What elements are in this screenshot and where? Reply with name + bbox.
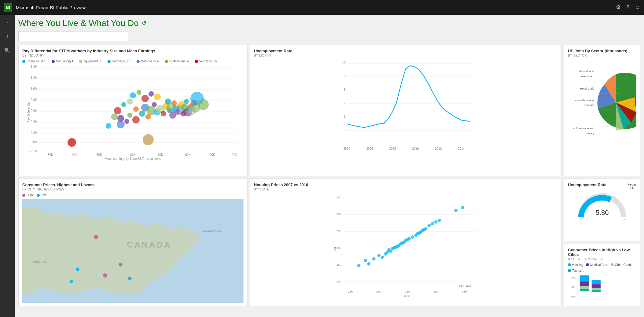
svg-point-38	[161, 111, 166, 116]
svg-point-113	[70, 280, 73, 283]
map-legend: High Low	[22, 194, 243, 197]
unemployment-svg: 10 9 8 7 6 5 4 2004 2	[254, 60, 558, 157]
unemployment-subtitle: BY MONTH	[254, 54, 558, 57]
user-icon[interactable]: ☺	[635, 4, 640, 11]
unemployment-title: Unemployment Rate	[254, 49, 558, 53]
svg-text:60K: 60K	[130, 153, 136, 157]
pie-labels: ate and local government Retail trade na…	[568, 69, 595, 136]
settings-icon[interactable]: ⚙	[616, 4, 621, 11]
page-title: Where You Live & What You Do	[18, 18, 139, 28]
jobs-chart-area: ate and local government Retail trade na…	[568, 60, 636, 145]
svg-text:30K: 30K	[48, 153, 53, 157]
svg-point-111	[76, 267, 79, 271]
svg-text:1.40: 1.40	[31, 65, 37, 68]
consumer-map-card: Consumer Prices. Highest and Lowest BY C…	[18, 179, 247, 306]
svg-point-59	[130, 92, 136, 98]
svg-point-27	[106, 123, 111, 129]
svg-text:200: 200	[336, 246, 342, 249]
refresh-icon[interactable]: ↺	[142, 20, 146, 27]
svg-point-26	[68, 138, 76, 147]
bubble-chart-subtitle: BY INDUSTRY	[22, 54, 243, 57]
svg-point-63	[154, 94, 161, 100]
svg-point-72	[143, 134, 154, 145]
svg-text:250: 250	[336, 229, 342, 233]
svg-point-138	[381, 256, 384, 259]
svg-text:50K: 50K	[97, 153, 102, 157]
svg-text:300: 300	[433, 290, 438, 293]
svg-text:40K: 40K	[72, 153, 78, 157]
unemployment-chart-area: 10 9 8 7 6 5 4 2004 2	[254, 60, 558, 157]
svg-text:1.00: 1.00	[31, 87, 37, 90]
housing-chart-area: 2010 350 300 250 200 150 100 150 200 250…	[254, 194, 558, 301]
svg-point-134	[364, 259, 367, 262]
svg-point-133	[357, 264, 360, 267]
svg-text:Labrador Sea: Labrador Sea	[200, 229, 221, 233]
svg-text:2008: 2008	[389, 147, 396, 150]
legend-item-1: Community f...	[52, 60, 75, 63]
svg-text:0.40: 0.40	[31, 120, 37, 123]
svg-text:2004: 2004	[343, 147, 350, 150]
sidebar-expand-icon[interactable]: ›	[5, 18, 10, 27]
svg-point-76	[133, 106, 139, 112]
unemployment-chart-card: Unemployment Rate BY MONTH 10 9 8 7 6 5 …	[250, 45, 562, 176]
svg-text:6: 6	[344, 115, 346, 118]
svg-point-52	[184, 99, 189, 104]
search-input[interactable]	[18, 31, 128, 41]
svg-point-135	[367, 262, 371, 266]
bubble-chart-legend: Commercial a... Community f... equipment…	[22, 60, 243, 63]
svg-point-154	[411, 235, 414, 239]
svg-text:100K: 100K	[230, 153, 237, 157]
svg-point-109	[103, 273, 107, 278]
main-content: Where You Live & What You Do ↺ Pay Diffe…	[15, 15, 644, 317]
jobs-chart-card: US Jobs By Sector (thousands) BY SECTOR …	[564, 45, 640, 176]
svg-text:-0.20: -0.20	[30, 149, 37, 153]
svg-point-73	[114, 107, 121, 114]
help-icon[interactable]: ?	[626, 4, 629, 11]
topbar: BI Microsoft Power BI Public Preview ⚙ ?…	[0, 0, 644, 15]
consumer-legend-other: Other Good...	[611, 263, 634, 267]
svg-point-161	[424, 227, 427, 230]
svg-point-35	[152, 102, 157, 107]
svg-point-153	[407, 237, 411, 241]
jobs-subtitle: BY SECTOR	[568, 54, 636, 57]
sidebar: › ↑ 🔍	[0, 15, 15, 317]
gauge-header: Unemployment Rate Feder 0.00	[568, 182, 636, 190]
svg-point-77	[111, 113, 118, 120]
map-legend-low: Low	[37, 194, 46, 197]
consumer-legend-medical: Medical Care	[586, 263, 608, 267]
svg-rect-175	[580, 289, 589, 291]
svg-text:5: 5	[344, 128, 346, 132]
right-bottom-panel: Unemployment Rate Feder 0.00 5.80	[564, 179, 640, 306]
svg-text:90K: 90K	[210, 153, 215, 157]
svg-text:150: 150	[336, 263, 342, 266]
svg-text:CANADA: CANADA	[127, 240, 171, 249]
svg-point-30	[132, 116, 140, 123]
gauge-side-label: Feder 0.00	[628, 182, 636, 190]
map-area: CANADA Labrador Sea Bering Sea	[22, 199, 243, 303]
svg-text:2012: 2012	[435, 147, 442, 150]
svg-rect-174	[580, 286, 589, 289]
gauge-card: Unemployment Rate Feder 0.00 5.80	[564, 179, 640, 241]
page-title-container: Where You Live & What You Do ↺	[18, 18, 640, 28]
svg-point-108	[94, 235, 98, 239]
consumer-prices-subtitle: BY HIGHEST/LOWEST	[568, 257, 636, 261]
dashboard: Pay Differential for STEM workers by Ind…	[18, 45, 640, 306]
svg-text:0: 0	[580, 218, 581, 220]
svg-point-163	[431, 222, 434, 225]
svg-point-44	[171, 100, 177, 106]
svg-text:200: 200	[376, 290, 382, 293]
legend-item-5: Professional a...	[165, 60, 191, 63]
svg-text:2014: 2014	[458, 147, 465, 150]
svg-rect-179	[592, 290, 601, 292]
sidebar-pin-icon[interactable]: ↑	[4, 32, 10, 41]
housing-chart-card: Housing Prices 2007 vs 2010 BY STATE 201…	[250, 179, 562, 306]
legend-item-2: equipment (e...	[79, 60, 104, 63]
svg-point-164	[434, 220, 437, 224]
svg-point-74	[121, 102, 126, 107]
svg-point-67	[198, 99, 209, 110]
sidebar-search-icon[interactable]: 🔍	[2, 46, 12, 55]
consumer-legend-housing: Housing	[568, 263, 584, 267]
svg-rect-176	[592, 280, 601, 284]
svg-point-112	[128, 277, 132, 280]
svg-text:0.00: 0.00	[31, 140, 37, 144]
